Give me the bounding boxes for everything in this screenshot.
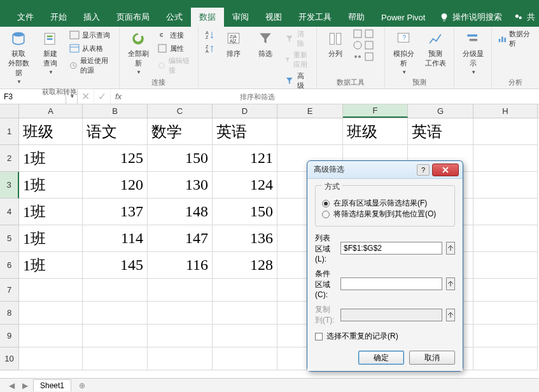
sort-desc-button[interactable]: ZA [202,43,216,55]
cell-C6[interactable]: 116 [148,252,213,279]
cell-C9[interactable] [148,325,213,347]
tab-view[interactable]: 视图 [257,8,290,27]
advanced-filter-button[interactable]: 高级 [283,71,312,91]
sort-button[interactable]: Z|AA|Z 排序 [219,29,248,60]
cell-A8[interactable] [19,302,83,325]
cell-A7[interactable] [19,279,83,302]
col-header-C[interactable]: C [148,104,213,118]
sort-asc-button[interactable]: AZ [202,29,216,41]
row-header[interactable]: 7 [0,279,19,302]
cell-H10[interactable] [473,347,538,370]
cell-B9[interactable] [83,325,148,347]
cell-H1[interactable] [473,118,538,145]
cell-H5[interactable] [473,225,538,252]
flash-fill-icon[interactable] [353,29,363,39]
cell-B6[interactable]: 145 [83,252,148,279]
cell-C3[interactable]: 130 [148,172,213,199]
filter-button[interactable]: 筛选 [251,29,280,60]
copy-to-ref-button[interactable] [446,309,455,321]
col-header-H[interactable]: H [473,104,538,118]
cell-D1[interactable]: 英语 [213,118,277,145]
dialog-close-button[interactable] [432,164,459,176]
row-header[interactable]: 8 [0,302,19,325]
ok-button[interactable]: 确定 [358,351,404,365]
outline-button[interactable]: 分级显示▼ [458,29,487,76]
col-header-D[interactable]: D [213,104,277,118]
col-header-B[interactable]: B [83,104,148,118]
sheet-nav-prev[interactable]: ◀ [6,381,17,390]
name-box-dropdown[interactable]: ▼ [66,89,78,104]
cell-B4[interactable]: 137 [83,199,148,225]
remove-dup-icon[interactable] [364,29,374,39]
clear-filter-button[interactable]: 清除 [283,29,312,49]
whatif-button[interactable]: ? 模拟分析▼ [389,29,418,76]
tab-developer[interactable]: 开发工具 [290,8,340,27]
cell-C4[interactable]: 148 [148,199,213,225]
cell-G1[interactable]: 英语 [408,118,473,145]
cell-B3[interactable]: 120 [83,172,148,199]
cell-A9[interactable] [19,325,83,347]
cell-C5[interactable]: 147 [148,225,213,252]
relationships-icon[interactable] [353,52,363,62]
dialog-help-button[interactable]: ? [417,164,430,176]
row-header[interactable]: 4 [0,199,19,225]
connections-button[interactable]: 连接 [155,29,194,41]
name-box[interactable]: F3 [0,89,66,104]
cell-C8[interactable] [148,302,213,325]
tab-file[interactable]: 文件 [9,8,42,27]
cell-H8[interactable] [473,302,538,325]
cell-A6[interactable]: 1班 [19,252,83,279]
cell-A2[interactable]: 1班 [19,145,83,172]
cell-C7[interactable] [148,279,213,302]
reapply-button[interactable]: 重新应用 [283,50,312,70]
forecast-sheet-button[interactable]: 预测 工作表 [421,29,450,69]
cell-E1[interactable] [277,118,343,145]
cell-H7[interactable] [473,279,538,302]
properties-button[interactable]: 属性 [155,42,194,55]
criteria-ref-button[interactable] [446,277,455,290]
tab-home[interactable]: 开始 [42,8,75,27]
cell-A5[interactable]: 1班 [19,225,83,252]
cell-B5[interactable]: 114 [83,225,148,252]
cell-H4[interactable] [473,199,538,225]
edit-links-button[interactable]: 编辑链接 [155,55,194,76]
cell-C2[interactable]: 150 [148,145,213,172]
cell-D6[interactable]: 128 [213,252,277,279]
cell-A10[interactable] [19,347,83,370]
list-range-input[interactable] [340,242,442,255]
row-header[interactable]: 5 [0,225,19,252]
list-range-ref-button[interactable] [446,242,455,255]
criteria-range-input[interactable] [340,277,442,290]
col-header-E[interactable]: E [277,104,343,118]
tab-page-layout[interactable]: 页面布局 [108,8,158,27]
cell-A4[interactable]: 1班 [19,199,83,225]
recent-sources-button[interactable]: 最近使用的源 [67,55,115,76]
cell-D9[interactable] [213,325,277,347]
text-to-columns-button[interactable]: 分列 [321,29,350,60]
consolidate-icon[interactable] [364,40,374,50]
cell-B10[interactable] [83,347,148,370]
tab-insert[interactable]: 插入 [75,8,108,27]
select-all-corner[interactable] [0,104,19,118]
cell-D4[interactable]: 150 [213,199,277,225]
tab-powerpivot[interactable]: Power Pivot [373,9,433,26]
cell-C10[interactable] [148,347,213,370]
row-header[interactable]: 2 [0,145,19,172]
row-header[interactable]: 9 [0,325,19,347]
col-header-G[interactable]: G [408,104,473,118]
tab-review[interactable]: 审阅 [224,8,257,27]
cell-H9[interactable] [473,325,538,347]
cell-B7[interactable] [83,279,148,302]
cell-H6[interactable] [473,252,538,279]
show-queries-button[interactable]: 显示查询 [67,29,115,41]
formula-input[interactable] [126,89,539,104]
row-header[interactable]: 6 [0,252,19,279]
data-analysis-button[interactable]: 数据分析 [496,29,535,49]
sheet-tab[interactable]: Sheet1 [33,379,71,391]
cell-A1[interactable]: 班级 [19,118,83,145]
cell-D3[interactable]: 124 [213,172,277,199]
share-area[interactable]: 共 [514,11,539,23]
cell-B8[interactable] [83,302,148,325]
tab-formulas[interactable]: 公式 [158,8,191,27]
cell-D5[interactable]: 136 [213,225,277,252]
